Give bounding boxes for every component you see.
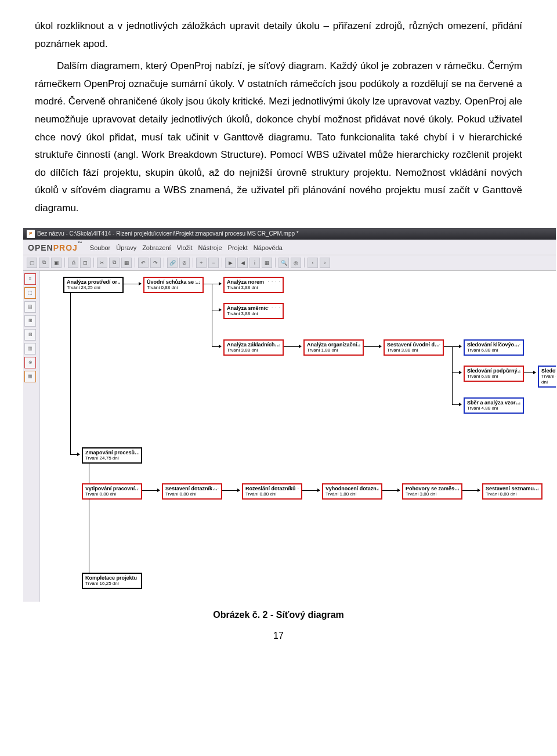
menu-vlozit[interactable]: Vložit: [177, 244, 193, 251]
link-icon[interactable]: 🔗: [167, 258, 178, 268]
node-analyza-prostredi[interactable]: Analýza prostředí or… Trvání 24,25 dní: [63, 277, 124, 293]
node-zmapovani-procesu[interactable]: Zmapování procesů… Trvání 24,75 dní: [82, 447, 142, 464]
open-icon[interactable]: ⧉: [39, 258, 49, 268]
node-analyza-zakladnich[interactable]: Analýza základních…· · · · Trvání 3,88 d…: [223, 339, 284, 356]
node-sledovani-klicovych[interactable]: Sledování klíčovýo…· · · · Trvání 6,88 d…: [464, 339, 524, 356]
node-sestaveni-dotaznik[interactable]: Sestavení dotazník…· · · · Trvání 0,88 d…: [162, 483, 222, 500]
paste-icon[interactable]: ▦: [121, 258, 132, 268]
node-analyza-smernic[interactable]: Analýza směrnic· · · · Trvání 3,88 dní: [223, 303, 284, 319]
cut-icon[interactable]: ✂: [97, 258, 107, 268]
usage-view-icon[interactable]: ▦: [24, 371, 36, 382]
copy-icon[interactable]: ⧉: [109, 258, 120, 268]
paragraph-2: Dalším diagramem, který OpenProj nabízí,…: [35, 57, 522, 217]
figure-caption: Obrázek č. 2 - Síťový diagram: [35, 610, 522, 620]
node-vyhodnoceni-dotazn[interactable]: Vyhodnocení dotazn…· · · · Trvání 1,88 d…: [322, 483, 382, 500]
wbs-view-icon[interactable]: ⊞: [24, 315, 36, 327]
menu-projekt[interactable]: Projekt: [228, 244, 248, 251]
network-view-icon[interactable]: ⬚: [24, 287, 36, 299]
main-menu: Soubor Úpravy Zobrazení Vložit Nástroje …: [90, 244, 283, 251]
network-diagram-canvas[interactable]: Analýza prostředí or… Trvání 24,25 dní Ú…: [40, 271, 556, 602]
prev-icon[interactable]: ‹: [308, 258, 318, 268]
node-sestaveni-seznamu[interactable]: Sestavení seznamu…· · · · Trvání 0,88 dn…: [482, 483, 542, 500]
node-sledovani-ostatnich[interactable]: Sledování ostatních… Trvání 6,88 dní: [538, 366, 556, 388]
zoomout-icon[interactable]: −: [208, 258, 219, 268]
menu-soubor[interactable]: Soubor: [90, 244, 110, 251]
node-sledovani-podpurny[interactable]: Sledování podpůrný…· · · · Trvání 6,88 d…: [464, 366, 524, 382]
body-text: úkol rozkliknout a v jednotlivých záložk…: [35, 17, 522, 218]
info-icon[interactable]: i: [249, 258, 260, 268]
indent-icon[interactable]: ▶: [225, 258, 236, 268]
outdent-icon[interactable]: ◀: [237, 258, 248, 268]
app-logo: OPENPROJ™: [28, 243, 83, 252]
gantt-view-icon[interactable]: ≡: [24, 273, 36, 285]
menu-napoveda[interactable]: Nápověda: [254, 244, 283, 251]
node-vytipovani-pracovni[interactable]: Vytipování pracovní…· · · · Trvání 0,88 …: [82, 483, 142, 500]
redo-icon[interactable]: ↷: [150, 258, 161, 268]
resource-view-icon[interactable]: ▤: [24, 301, 36, 313]
save-icon[interactable]: ▣: [51, 258, 62, 268]
window-title: Bez názvu - C:\Skola\4IT414 - Rizeni pro…: [37, 230, 299, 237]
rbs-view-icon[interactable]: ⊟: [24, 329, 36, 341]
node-analyza-norem[interactable]: Analýza norem· · · · Trvání 3,88 dní: [223, 277, 284, 293]
view-sidebar: ≡ ⬚ ▤ ⊞ ⊟ ▥ ⊗ ▦: [23, 271, 40, 602]
toolbar: ▢ ⧉ ▣ ⎙ ⊡ ✂ ⧉ ▦ ↶ ↷ 🔗 ⊘ + − ▶ ◀ i ▦ 🔍: [23, 255, 556, 271]
node-rozeslani-dotazniku[interactable]: Rozeslání dotazníků· · · · Trvání 0,88 d…: [242, 483, 302, 500]
next-icon[interactable]: ›: [320, 258, 330, 268]
menu-nastroje[interactable]: Nástroje: [198, 244, 222, 251]
unlink-icon[interactable]: ⊘: [179, 258, 190, 268]
undo-icon[interactable]: ↶: [138, 258, 149, 268]
menu-upravy[interactable]: Úpravy: [116, 244, 136, 251]
node-analyza-organizacni[interactable]: Analýza organizační…· · · · Trvání 1,88 …: [303, 339, 364, 356]
node-sber-analyza-vzor[interactable]: Sběr a analýza vzor…· · · · Trvání 4,88 …: [464, 397, 524, 414]
preview-icon[interactable]: ⊡: [80, 258, 91, 268]
calendar-icon[interactable]: ▦: [262, 258, 272, 268]
node-sestaveni-uvodni[interactable]: Sestavení úvodní d…· · · · Trvání 3,88 d…: [384, 339, 444, 356]
histogram-view-icon[interactable]: ⊗: [24, 357, 36, 368]
goto-icon[interactable]: ◎: [291, 258, 301, 268]
window-titlebar: P Bez názvu - C:\Skola\4IT414 - Rizeni p…: [23, 228, 556, 240]
menu-zobrazeni[interactable]: Zobrazení: [142, 244, 171, 251]
find-icon[interactable]: 🔍: [278, 258, 289, 268]
node-uvodni-schuzka[interactable]: Úvodní schůzka se …· · · · Trvání 0,88 d…: [143, 277, 204, 293]
paragraph-1: úkol rozkliknout a v jednotlivých záložk…: [35, 17, 522, 53]
menu-bar: OPENPROJ™ Soubor Úpravy Zobrazení Vložit…: [23, 240, 556, 255]
new-icon[interactable]: ▢: [27, 258, 37, 268]
report-view-icon[interactable]: ▥: [24, 343, 36, 355]
app-screenshot: P Bez názvu - C:\Skola\4IT414 - Rizeni p…: [23, 228, 556, 602]
print-icon[interactable]: ⎙: [68, 258, 78, 268]
zoomin-icon[interactable]: +: [196, 258, 207, 268]
app-icon: P: [27, 230, 35, 238]
node-kompletace-projektu[interactable]: Kompletace projektu Trvání 16,25 dní: [82, 573, 142, 589]
page-number: 17: [35, 631, 522, 641]
node-pohovory-zames[interactable]: Pohovory se zaměs…· · · · Trvání 3,88 dn…: [402, 483, 462, 500]
